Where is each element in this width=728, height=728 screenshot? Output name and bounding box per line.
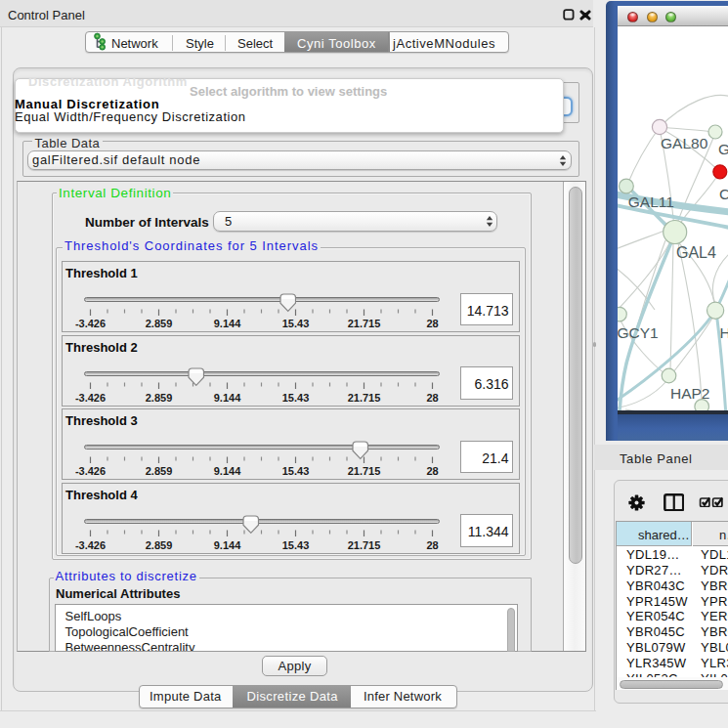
svg-text:GA: GA bbox=[718, 141, 728, 157]
svg-text:GCY1: GCY1 bbox=[618, 324, 659, 341]
svg-text:GAL4: GAL4 bbox=[676, 244, 716, 261]
svg-text:GAL80: GAL80 bbox=[661, 135, 708, 151]
svg-text:C: C bbox=[719, 186, 728, 202]
svg-text:HAP2: HAP2 bbox=[670, 385, 710, 402]
svg-text:H: H bbox=[720, 324, 728, 341]
svg-text:GAL11: GAL11 bbox=[628, 193, 674, 210]
